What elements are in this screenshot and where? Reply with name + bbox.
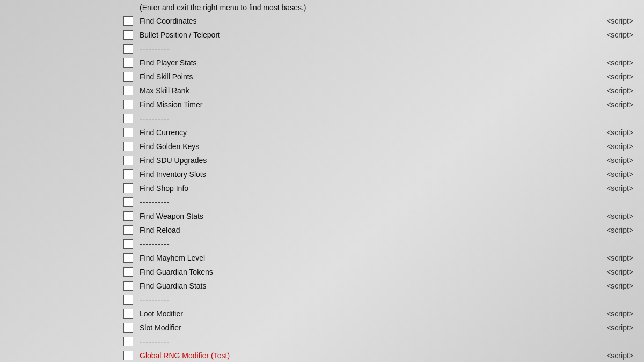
checkbox-find-inventory-slots[interactable] xyxy=(123,169,133,179)
checkbox-find-guardian-stats[interactable] xyxy=(123,281,133,291)
checkbox[interactable] xyxy=(123,337,133,346)
separator-label: ---------- xyxy=(140,295,644,304)
label-find-guardian-tokens: Find Guardian Tokens xyxy=(140,268,601,276)
item-list: (Enter and exit the right menu to find m… xyxy=(123,0,644,362)
checkbox-find-player-stats[interactable] xyxy=(123,58,133,68)
list-item: ---------- xyxy=(123,195,644,209)
script-find-skill-points: <script> xyxy=(601,72,644,81)
label-loot-modifier: Loot Modifier xyxy=(140,309,601,318)
script-slot-modifier: <script> xyxy=(601,323,644,332)
checkbox-find-weapon-stats[interactable] xyxy=(123,211,133,221)
label-find-weapon-stats: Find Weapon Stats xyxy=(140,212,601,220)
script-find-mayhem-level: <script> xyxy=(601,254,644,262)
label-find-reload: Find Reload xyxy=(140,226,601,234)
script-find-guardian-tokens: <script> xyxy=(601,268,644,276)
list-item: Max Skill Rank<script> xyxy=(123,84,644,98)
script-find-coordinates: <script> xyxy=(601,17,644,25)
label-find-skill-points: Find Skill Points xyxy=(140,72,601,81)
main-container: (Enter and exit the right menu to find m… xyxy=(0,0,644,362)
label-global-rng-modifier: Global RNG Modifier (Test) xyxy=(140,351,601,360)
checkbox-find-sdu-upgrades[interactable] xyxy=(123,156,133,165)
list-item: Loot Modifier<script> xyxy=(123,307,644,321)
checkbox[interactable] xyxy=(123,114,133,123)
list-item: Find Mayhem Level<script> xyxy=(123,251,644,265)
list-item: ---------- xyxy=(123,335,644,349)
checkbox-find-mission-timer[interactable] xyxy=(123,100,133,109)
label-find-shop-info: Find Shop Info xyxy=(140,184,601,193)
script-find-guardian-stats: <script> xyxy=(601,282,644,290)
list-item: Slot Modifier<script> xyxy=(123,321,644,335)
script-find-currency: <script> xyxy=(601,128,644,137)
list-item: Find Player Stats<script> xyxy=(123,56,644,70)
list-item: Find Reload<script> xyxy=(123,223,644,237)
list-item: Find Weapon Stats<script> xyxy=(123,209,644,223)
list-item: Find Inventory Slots<script> xyxy=(123,167,644,181)
list-item: ---------- xyxy=(123,112,644,125)
checkbox-bullet-position[interactable] xyxy=(123,30,133,40)
script-find-sdu-upgrades: <script> xyxy=(601,156,644,165)
script-find-reload: <script> xyxy=(601,226,644,234)
label-find-coordinates: Find Coordinates xyxy=(140,17,601,25)
checkbox-loot-modifier[interactable] xyxy=(123,309,133,319)
list-item: Bullet Position / Teleport<script> xyxy=(123,28,644,42)
label-find-player-stats: Find Player Stats xyxy=(140,58,601,67)
script-find-shop-info: <script> xyxy=(601,184,644,193)
separator-label: ---------- xyxy=(140,45,644,53)
list-item: (Enter and exit the right menu to find m… xyxy=(123,0,644,14)
script-max-skill-rank: <script> xyxy=(601,86,644,95)
list-item: Find Golden Keys<script> xyxy=(123,139,644,153)
checkbox-global-rng-modifier[interactable] xyxy=(123,351,133,360)
list-item: Find SDU Upgrades<script> xyxy=(123,153,644,167)
checkbox-find-mayhem-level[interactable] xyxy=(123,253,133,263)
checkbox-find-reload[interactable] xyxy=(123,225,133,235)
list-item: Find Guardian Stats<script> xyxy=(123,279,644,293)
script-find-inventory-slots: <script> xyxy=(601,170,644,179)
list-item: Find Mission Timer<script> xyxy=(123,98,644,112)
list-item: ---------- xyxy=(123,42,644,56)
label-find-sdu-upgrades: Find SDU Upgrades xyxy=(140,156,601,165)
intro-text: (Enter and exit the right menu to find m… xyxy=(140,1,644,13)
checkbox-find-shop-info[interactable] xyxy=(123,183,133,193)
checkbox-find-golden-keys[interactable] xyxy=(123,142,133,151)
label-find-mission-timer: Find Mission Timer xyxy=(140,100,601,109)
separator-label: ---------- xyxy=(140,337,644,346)
list-item: Find Coordinates<script> xyxy=(123,14,644,28)
script-find-weapon-stats: <script> xyxy=(601,212,644,220)
script-loot-modifier: <script> xyxy=(601,309,644,318)
checkbox-find-coordinates[interactable] xyxy=(123,16,133,26)
list-item: Global RNG Modifier (Test)<script> xyxy=(123,349,644,362)
script-find-mission-timer: <script> xyxy=(601,100,644,109)
script-bullet-position: <script> xyxy=(601,31,644,39)
checkbox[interactable] xyxy=(123,239,133,249)
list-item: Find Shop Info<script> xyxy=(123,181,644,195)
label-find-currency: Find Currency xyxy=(140,128,601,137)
checkbox[interactable] xyxy=(123,295,133,305)
separator-label: ---------- xyxy=(140,198,644,206)
label-slot-modifier: Slot Modifier xyxy=(140,323,601,332)
checkbox-slot-modifier[interactable] xyxy=(123,323,133,333)
label-find-inventory-slots: Find Inventory Slots xyxy=(140,170,601,179)
list-item: ---------- xyxy=(123,293,644,307)
checkbox[interactable] xyxy=(123,44,133,54)
list-item: ---------- xyxy=(123,237,644,251)
list-item: Find Currency<script> xyxy=(123,125,644,139)
label-find-guardian-stats: Find Guardian Stats xyxy=(140,282,601,290)
checkbox-find-guardian-tokens[interactable] xyxy=(123,267,133,277)
separator-label: ---------- xyxy=(140,114,644,123)
label-max-skill-rank: Max Skill Rank xyxy=(140,86,601,95)
script-find-golden-keys: <script> xyxy=(601,142,644,151)
checkbox-find-skill-points[interactable] xyxy=(123,72,133,82)
checkbox-find-currency[interactable] xyxy=(123,128,133,137)
list-item: Find Skill Points<script> xyxy=(123,70,644,84)
label-find-mayhem-level: Find Mayhem Level xyxy=(140,254,601,262)
script-global-rng-modifier: <script> xyxy=(601,351,644,360)
label-bullet-position: Bullet Position / Teleport xyxy=(140,31,601,39)
checkbox-max-skill-rank[interactable] xyxy=(123,86,133,95)
label-find-golden-keys: Find Golden Keys xyxy=(140,142,601,151)
list-item: Find Guardian Tokens<script> xyxy=(123,265,644,279)
script-find-player-stats: <script> xyxy=(601,58,644,67)
separator-label: ---------- xyxy=(140,240,644,248)
checkbox[interactable] xyxy=(123,197,133,207)
